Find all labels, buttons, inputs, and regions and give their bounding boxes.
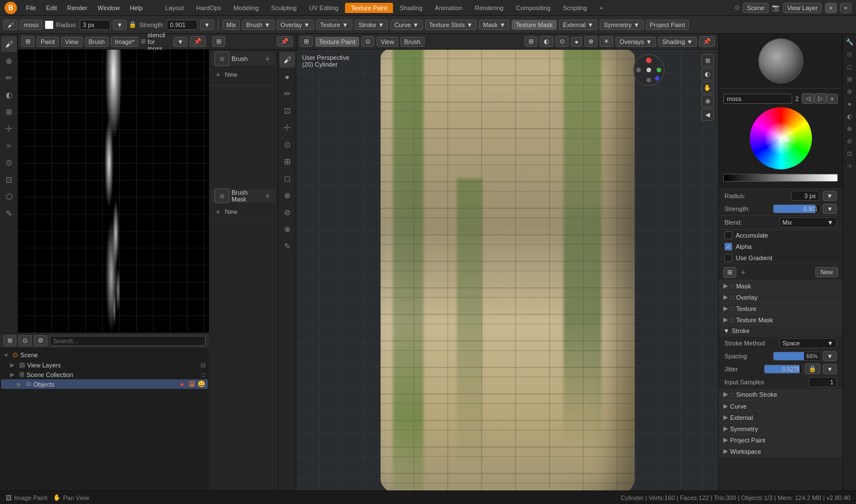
tab-animation[interactable]: Animation	[429, 3, 468, 13]
gizmo-left-dot[interactable]	[636, 68, 641, 72]
image-canvas[interactable]	[18, 50, 209, 332]
viewport-mode-icon[interactable]: ⊞	[300, 36, 313, 47]
collection-vis-icon[interactable]: ◻	[201, 371, 206, 378]
vp-material-icon[interactable]: ⊕	[584, 36, 597, 47]
tree-item-objects[interactable]: ▶ ⊙ Objects 🔺 🐻 😀	[1, 379, 208, 389]
tab-texture-paint[interactable]: Texture Paint	[345, 3, 392, 13]
view-layer-selector[interactable]: View Layer	[783, 3, 822, 13]
outliner-search[interactable]	[50, 336, 206, 346]
brush-section-header-2[interactable]: ⊞ Brush Mask +	[211, 189, 276, 203]
brush-add-new-1[interactable]: +	[213, 69, 222, 80]
vp-wire-icon[interactable]: ⊙	[556, 36, 569, 47]
gizmo-bottom-dot[interactable]	[647, 78, 651, 82]
paint-brush-icon[interactable]: 🖌	[1, 36, 17, 52]
rs-icon-4[interactable]: ⊞	[844, 73, 855, 85]
rs-icon-9[interactable]: ⊘	[844, 135, 855, 147]
jitter-down-btn[interactable]: ▼	[823, 364, 837, 374]
radius-props-value[interactable]: 3 px	[791, 191, 819, 201]
smooth-stroke-row[interactable]: ▶ □ Smooth Stroke	[719, 389, 842, 400]
tab-hardops[interactable]: HardOps	[191, 3, 227, 13]
brush-tool-icon-6[interactable]: ⊙	[279, 137, 295, 152]
viewport-view-btn[interactable]: View	[377, 37, 398, 47]
window-close-btn[interactable]: ×	[840, 3, 851, 13]
rs-icon-6[interactable]: ●	[844, 98, 855, 109]
smear-icon[interactable]: ≈	[1, 138, 17, 154]
brush-preview-thumb[interactable]	[758, 38, 803, 84]
input-samples-value[interactable]: 1	[809, 377, 837, 387]
scene-selector[interactable]: Scene	[743, 3, 768, 13]
menu-edit[interactable]: Edit	[42, 3, 62, 12]
strength-input[interactable]	[167, 20, 198, 30]
workspace-section-row[interactable]: ▶ Workspace	[719, 446, 842, 457]
overlay-btn[interactable]: Overlay ▼	[277, 20, 314, 30]
symmetry-btn[interactable]: Symmetry ▼	[600, 20, 643, 30]
viewport-tool-3[interactable]: ✋	[701, 81, 714, 94]
lightness-bar[interactable]	[723, 174, 838, 182]
overlays-btn[interactable]: Overlays ▼	[615, 37, 656, 47]
brush-tool-icon-10[interactable]: ⊘	[279, 204, 295, 220]
brush-mode-icon[interactable]: 🖌	[3, 20, 18, 30]
rs-icon-8[interactable]: ⊗	[844, 123, 855, 134]
rs-icon-11[interactable]: ☩	[844, 160, 855, 172]
project-paint-btn[interactable]: Project Paint	[646, 20, 689, 30]
tree-item-scene[interactable]: ▼ ⊙ Scene	[1, 350, 208, 360]
image-settings-btn[interactable]: ▼	[173, 37, 187, 47]
rs-icon-3[interactable]: ◻	[844, 61, 855, 72]
tab-rendering[interactable]: Rendering	[469, 3, 509, 13]
brush-add-btn-2[interactable]: +	[263, 190, 272, 201]
rs-icon-5[interactable]: ⊕	[844, 86, 855, 97]
external-btn[interactable]: External ▼	[559, 20, 597, 30]
mask-paint-icon[interactable]: ⬡	[1, 189, 17, 204]
view-layer-icon-btn[interactable]: ▤	[200, 362, 206, 368]
viewport-icon-btn[interactable]: ⊙	[361, 36, 374, 47]
mask-btn[interactable]: Mask ▼	[479, 20, 509, 30]
alpha-checkbox[interactable]: ✓	[724, 243, 732, 251]
color-wheel-wrapper[interactable]	[750, 107, 812, 169]
texture-btn[interactable]: Texture ▼	[316, 20, 352, 30]
gizmo-right-dot[interactable]	[657, 68, 661, 72]
menu-file[interactable]: File	[21, 3, 41, 12]
strength-slider[interactable]: 0.901	[773, 204, 820, 213]
radius-down-btn[interactable]: ▼	[113, 20, 127, 30]
mask-section-row[interactable]: ▶ □ Mask	[719, 281, 842, 292]
tab-compositing[interactable]: Compositing	[510, 3, 556, 13]
accumulate-checkbox[interactable]	[724, 231, 732, 239]
texture-icon[interactable]: ⊞	[1, 104, 17, 120]
menu-help[interactable]: Help	[125, 3, 147, 12]
center-viewport[interactable]: ⊞ Texture Paint ⊙ View Brush ⊞ ◐ ⊙ ● ⊕ ☀…	[296, 34, 718, 490]
stroke-btn[interactable]: Stroke ▼	[355, 20, 388, 30]
scene-type-icon[interactable]: ⊙	[19, 335, 32, 346]
brush-tool-icon-3[interactable]: ✏	[279, 86, 295, 102]
brush-tool-icon-7[interactable]: ⊞	[279, 154, 295, 169]
tab-sculpting[interactable]: Sculpting	[265, 3, 302, 13]
viewport-tool-4[interactable]: ⊕	[701, 95, 714, 107]
new-section-icon[interactable]: ⊞	[723, 267, 736, 278]
brush-tool-icon-11[interactable]: ⊕	[279, 221, 295, 237]
texture-mask-section-row[interactable]: ▶ □ Texture Mask	[719, 314, 842, 326]
texture-section-row[interactable]: ▶ □ Texture	[719, 303, 842, 314]
jitter-slider[interactable]: 0.9275	[764, 365, 802, 374]
texture-mask-btn[interactable]: Texture Mask	[512, 20, 556, 30]
overlay-section-row[interactable]: ▶ □ Overlay	[719, 292, 842, 303]
menu-window[interactable]: Window	[93, 3, 124, 12]
menu-render[interactable]: Render	[63, 3, 92, 12]
spacing-down-btn[interactable]: ▼	[823, 351, 837, 361]
color-picker-dot[interactable]	[784, 137, 789, 142]
strength-props-btn[interactable]: ▼	[823, 204, 837, 214]
brush-name-field[interactable]	[723, 94, 792, 104]
shading-btn[interactable]: Shading ▼	[658, 37, 697, 47]
color-wheel-disc[interactable]	[750, 107, 812, 169]
rs-icon-10[interactable]: ⊡	[844, 148, 855, 159]
outliner-settings-icon[interactable]: ⚙	[34, 335, 47, 346]
paint-mode-btn[interactable]: Paint	[37, 37, 59, 47]
curve-btn[interactable]: Curve ▼	[390, 20, 422, 30]
brush-tool-icon-9[interactable]: ⊗	[279, 187, 295, 203]
spacing-slider[interactable]: 66%	[773, 352, 820, 361]
outliner-mode-icon[interactable]: ⊞	[3, 335, 16, 346]
brush-close-btn[interactable]: ×	[827, 94, 838, 104]
brush-section-header-1[interactable]: ⊞ Brush +	[211, 52, 276, 65]
viewport-body[interactable]: User Perspective (20) Cylinder	[296, 50, 718, 490]
viewport-tool-5[interactable]: ◀	[701, 108, 714, 121]
jitter-lock-btn[interactable]: 🔒	[805, 363, 820, 374]
round-icon[interactable]: ⊙	[1, 155, 17, 170]
